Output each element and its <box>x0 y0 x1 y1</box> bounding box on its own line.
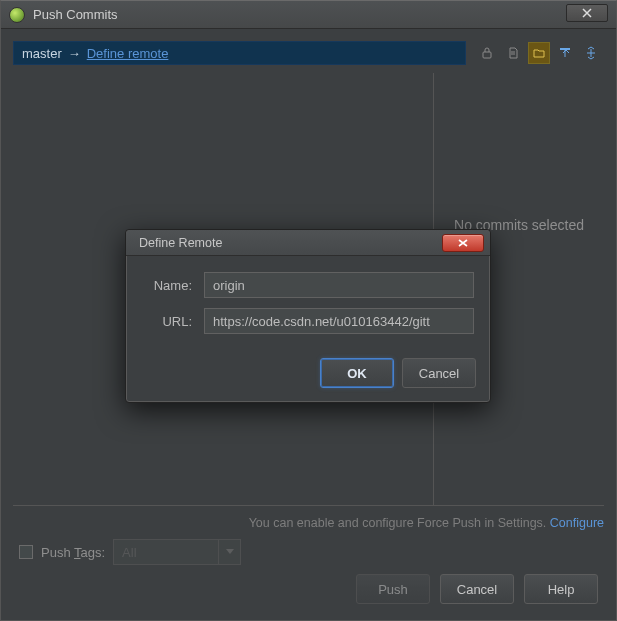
folder-icon[interactable] <box>528 42 550 64</box>
push-button[interactable]: Push <box>356 574 430 604</box>
chevron-down-icon <box>218 540 240 564</box>
define-remote-link[interactable]: Define remote <box>87 46 169 61</box>
force-push-hint: You can enable and configure Force Push … <box>13 505 604 530</box>
combo-value: All <box>122 545 136 560</box>
window-title: Push Commits <box>33 7 118 22</box>
modal-title: Define Remote <box>139 236 222 250</box>
url-label: URL: <box>142 314 204 329</box>
define-remote-dialog: Define Remote Name: URL: OK Cancel <box>125 229 491 403</box>
top-row: master → Define remote <box>13 41 604 65</box>
push-commits-window: Push Commits master → Define remote <box>0 0 617 621</box>
push-tags-label: Push Tags: <box>41 545 105 560</box>
ok-button[interactable]: OK <box>320 358 394 388</box>
window-close-button[interactable] <box>566 4 608 22</box>
lock-icon[interactable] <box>476 42 498 64</box>
expand-icon[interactable] <box>580 42 602 64</box>
hint-text: You can enable and configure Force Push … <box>249 516 550 530</box>
push-tags-row: Push Tags: All <box>19 539 241 565</box>
svg-rect-1 <box>560 48 570 50</box>
modal-titlebar: Define Remote <box>126 230 490 256</box>
configure-link[interactable]: Configure <box>550 516 604 530</box>
cancel-button[interactable]: Cancel <box>440 574 514 604</box>
main-button-row: Push Cancel Help <box>356 574 598 604</box>
collapse-icon[interactable] <box>554 42 576 64</box>
name-row: Name: <box>142 272 474 298</box>
name-label: Name: <box>142 278 204 293</box>
modal-body: Name: URL: <box>126 256 490 352</box>
url-input[interactable] <box>204 308 474 334</box>
name-input[interactable] <box>204 272 474 298</box>
document-icon[interactable] <box>502 42 524 64</box>
commit-toolbar <box>474 41 604 65</box>
url-row: URL: <box>142 308 474 334</box>
modal-close-button[interactable] <box>442 234 484 252</box>
arrow-icon: → <box>68 46 81 61</box>
push-tags-combo[interactable]: All <box>113 539 241 565</box>
push-tags-checkbox[interactable] <box>19 545 33 559</box>
modal-cancel-button[interactable]: Cancel <box>402 358 476 388</box>
svg-rect-0 <box>483 52 491 58</box>
branch-selector[interactable]: master → Define remote <box>13 41 466 65</box>
branch-name: master <box>22 46 62 61</box>
modal-footer: OK Cancel <box>126 352 490 402</box>
app-icon <box>9 7 25 23</box>
titlebar: Push Commits <box>1 1 616 29</box>
help-button[interactable]: Help <box>524 574 598 604</box>
